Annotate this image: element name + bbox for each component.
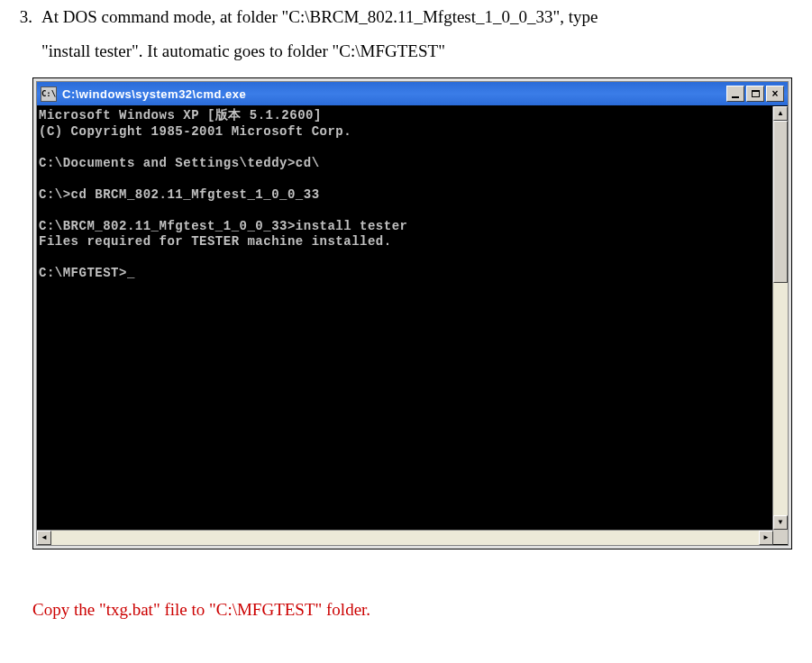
scroll-track-vertical[interactable] [773,121,788,515]
scroll-down-arrow-icon[interactable]: ▼ [773,515,788,530]
scroll-corner [773,530,788,544]
red-note: Copy the "txg.bat" file to "C:\MFGTEST" … [32,593,801,627]
horizontal-scrollbar[interactable]: ◄ ► [37,530,773,545]
terminal-area: Microsoft Windows XP [版本 5.1.2600] (C) C… [37,106,788,530]
instruction-text-line2: "install tester". It automatic goes to f… [41,41,445,60]
list-number: 3. [0,0,41,68]
window-buttons: × [726,86,784,102]
vertical-scrollbar[interactable]: ▲ ▼ [772,106,788,530]
window-title: C:\windows\system32\cmd.exe [62,88,726,100]
instruction-list-item: 3. At DOS command mode, at folder "C:\BR… [0,0,801,68]
instruction-text-line1: At DOS command mode, at folder "C:\BRCM_… [41,7,598,26]
cmd-screenshot: C:\ C:\windows\system32\cmd.exe × Micros… [32,77,792,549]
scroll-left-arrow-icon[interactable]: ◄ [37,531,51,545]
terminal-output[interactable]: Microsoft Windows XP [版本 5.1.2600] (C) C… [37,106,772,530]
cmd-window: C:\ C:\windows\system32\cmd.exe × Micros… [36,81,789,546]
scroll-up-arrow-icon[interactable]: ▲ [773,106,788,121]
minimize-button[interactable] [726,86,744,102]
cmd-window-frame: C:\ C:\windows\system32\cmd.exe × Micros… [32,77,792,549]
titlebar[interactable]: C:\ C:\windows\system32\cmd.exe × [37,82,788,106]
horizontal-scrollbar-row: ◄ ► [37,530,788,545]
close-button[interactable]: × [766,86,784,102]
scroll-right-arrow-icon[interactable]: ► [759,531,773,545]
maximize-button[interactable] [746,86,764,102]
scroll-track-horizontal[interactable] [51,531,759,545]
list-content: At DOS command mode, at folder "C:\BRCM_… [41,0,801,68]
scroll-thumb-vertical[interactable] [773,121,788,283]
system-menu-icon[interactable]: C:\ [41,86,57,102]
